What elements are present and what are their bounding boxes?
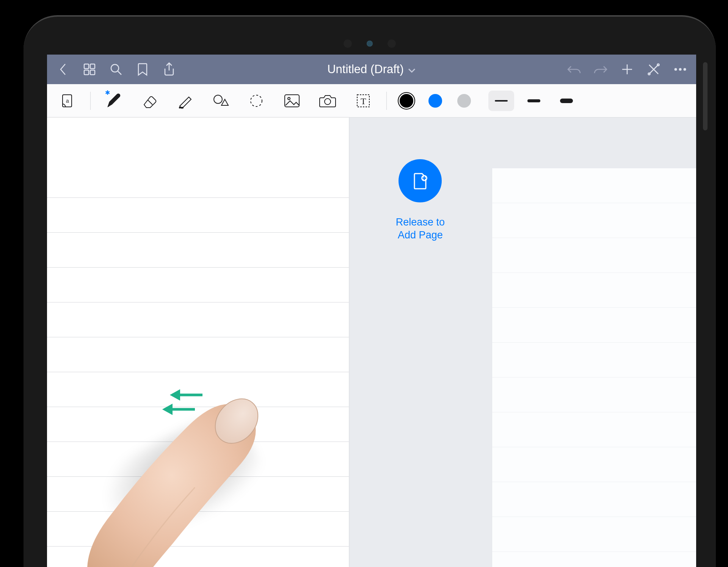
app-screen: Untitled (Draft) bbox=[47, 55, 696, 567]
document-title: Untitled (Draft) bbox=[327, 63, 404, 76]
svg-point-19 bbox=[214, 95, 222, 103]
bluetooth-indicator-icon: ✱ bbox=[105, 89, 110, 96]
stroke-thin-icon bbox=[495, 100, 508, 102]
chevron-left-icon bbox=[58, 63, 68, 76]
redo-icon bbox=[593, 64, 608, 75]
camera-cluster bbox=[344, 39, 396, 48]
stroke-thick-icon bbox=[560, 99, 573, 103]
more-button[interactable] bbox=[672, 61, 689, 78]
color-swatch-gray[interactable] bbox=[457, 94, 471, 108]
shapes-tool[interactable] bbox=[208, 90, 233, 111]
grid-icon bbox=[83, 63, 96, 76]
svg-line-17 bbox=[148, 100, 152, 105]
svg-line-5 bbox=[118, 71, 121, 75]
sensor-dot bbox=[344, 39, 352, 48]
lasso-icon bbox=[248, 92, 265, 109]
svg-point-14 bbox=[684, 68, 686, 71]
svg-point-24 bbox=[325, 99, 331, 105]
svg-point-12 bbox=[675, 68, 677, 71]
add-page-label: Release to Add Page bbox=[396, 216, 445, 242]
pen-tool[interactable]: ✱ bbox=[101, 90, 126, 111]
add-page-gap: Release to Add Page bbox=[349, 117, 492, 567]
stroke-medium-icon bbox=[527, 99, 540, 102]
share-button[interactable] bbox=[161, 61, 177, 78]
svg-point-21 bbox=[251, 95, 262, 107]
svg-text:T: T bbox=[361, 96, 366, 106]
nav-left-group bbox=[55, 61, 177, 78]
back-button[interactable] bbox=[55, 61, 71, 78]
add-page-button[interactable] bbox=[399, 159, 442, 202]
stylus-toggle-button[interactable] bbox=[645, 61, 662, 78]
svg-rect-1 bbox=[90, 64, 95, 69]
tool-bar: a ✱ bbox=[47, 84, 696, 117]
search-button[interactable] bbox=[108, 61, 124, 78]
hardware-volume-button bbox=[703, 62, 708, 130]
eraser-icon bbox=[140, 92, 158, 109]
camera-lens bbox=[367, 41, 372, 46]
svg-rect-2 bbox=[84, 70, 89, 75]
image-icon bbox=[283, 93, 301, 108]
ellipsis-icon bbox=[673, 67, 687, 71]
next-page-preview[interactable] bbox=[492, 168, 696, 567]
text-icon: T bbox=[356, 93, 371, 108]
camera-icon bbox=[318, 93, 337, 108]
lasso-tool[interactable] bbox=[244, 90, 269, 111]
nav-bar: Untitled (Draft) bbox=[47, 55, 696, 84]
highlighter-tool[interactable] bbox=[173, 90, 198, 111]
stylus-cross-icon bbox=[647, 63, 661, 76]
color-swatch-blue[interactable] bbox=[428, 94, 442, 108]
camera-tool[interactable] bbox=[315, 90, 340, 111]
current-page[interactable] bbox=[47, 117, 349, 567]
highlighter-icon bbox=[176, 92, 194, 109]
stroke-thin-button[interactable] bbox=[488, 91, 514, 111]
text-tool[interactable]: T bbox=[351, 90, 376, 111]
shapes-icon bbox=[212, 92, 230, 109]
color-picker-group bbox=[400, 94, 471, 108]
svg-point-4 bbox=[111, 64, 119, 72]
color-swatch-black[interactable] bbox=[400, 94, 413, 108]
eraser-tool[interactable] bbox=[137, 90, 162, 111]
svg-rect-22 bbox=[285, 95, 299, 107]
grid-view-button[interactable] bbox=[81, 61, 98, 78]
svg-text:a: a bbox=[66, 98, 69, 104]
bookmark-icon bbox=[137, 62, 148, 77]
image-tool[interactable] bbox=[279, 90, 304, 111]
stroke-width-group bbox=[488, 91, 579, 111]
sensor-dot bbox=[388, 39, 396, 48]
page-template-tool[interactable]: a bbox=[55, 90, 80, 111]
document-title-button[interactable]: Untitled (Draft) bbox=[177, 63, 566, 76]
search-icon bbox=[109, 63, 123, 76]
plus-icon bbox=[621, 63, 634, 76]
undo-icon bbox=[566, 64, 582, 75]
svg-point-23 bbox=[288, 97, 290, 100]
toolbar-divider bbox=[386, 92, 387, 110]
svg-point-13 bbox=[679, 68, 682, 71]
ipad-bezel: Untitled (Draft) bbox=[24, 15, 716, 567]
ipad-frame: Untitled (Draft) bbox=[0, 0, 728, 567]
stroke-thick-button[interactable] bbox=[554, 91, 579, 111]
svg-rect-0 bbox=[84, 64, 89, 69]
share-icon bbox=[163, 62, 176, 77]
chevron-down-icon bbox=[408, 63, 416, 76]
nav-right-group bbox=[566, 61, 689, 78]
add-button[interactable] bbox=[619, 61, 635, 78]
toolbar-divider bbox=[90, 92, 91, 110]
svg-rect-3 bbox=[90, 70, 95, 75]
add-page-icon bbox=[410, 171, 430, 191]
stroke-medium-button[interactable] bbox=[521, 91, 547, 111]
bookmark-button[interactable] bbox=[134, 61, 151, 78]
page-template-icon: a bbox=[59, 92, 75, 109]
undo-button[interactable] bbox=[566, 61, 582, 78]
canvas-area[interactable]: Release to Add Page bbox=[47, 117, 696, 567]
redo-button[interactable] bbox=[592, 61, 609, 78]
ruled-lines bbox=[47, 163, 349, 567]
